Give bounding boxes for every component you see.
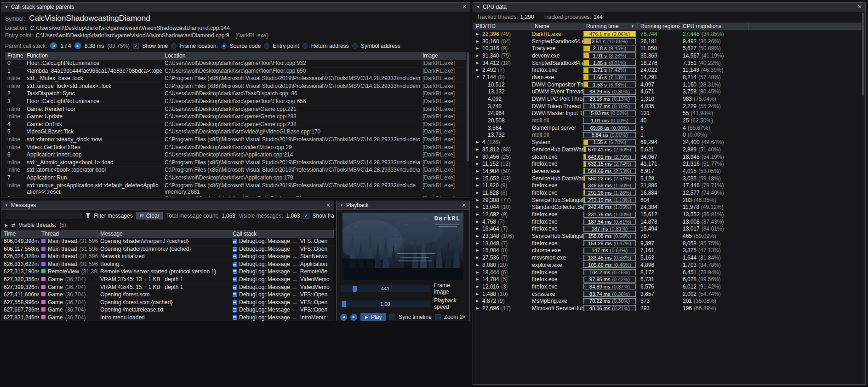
cpu-row[interactable]: ▶18,444(6)firefox.exe104.2 ms(0.45%)8,17… xyxy=(473,269,865,276)
source-code-radio[interactable] xyxy=(221,43,227,49)
message-row[interactable]: 606,117,568nsMain thread(31,596)Opening … xyxy=(1,246,334,254)
cpu-row[interactable]: ▶14,784(5)firefox.exe97.95 ms(0.42%)6,73… xyxy=(473,276,865,283)
message-row[interactable]: 606,049,398nsMain thread(31,596)Opening … xyxy=(1,238,334,246)
callstack-frame-row[interactable]: 4Game::OnTickC:\Users\wolf\Desktop\darkr… xyxy=(5,121,466,129)
col-running-regions[interactable]: Running regions xyxy=(638,23,680,30)
col-callstack[interactable]: Call stack xyxy=(230,230,334,238)
col-time[interactable]: Time xyxy=(1,230,39,238)
cpu-row[interactable]: ▶35,812(88)ServiceHub.DataWarehou670.41 … xyxy=(473,146,865,153)
expand-right-icon[interactable]: ▶ xyxy=(476,292,480,296)
cpu-row[interactable]: 20,508ntdll.dll1.01 ms(0.00%)4025(62.50%… xyxy=(473,117,865,124)
expand-right-icon[interactable]: ▶ xyxy=(476,46,480,50)
expand-right-icon[interactable]: ▶ xyxy=(476,234,480,238)
cpu-row[interactable]: ▶30,160(84)ScriptedSandbox64.exe2.51 s(1… xyxy=(473,38,865,45)
expand-right-icon[interactable]: ▶ xyxy=(476,54,480,58)
visible-threads-row[interactable]: ▶ ⇄ Visible threads: (5) xyxy=(1,221,334,230)
scrollbar-thumb[interactable] xyxy=(467,52,469,162)
collapse-icon[interactable]: ▼ xyxy=(340,203,343,208)
col-image[interactable]: Image xyxy=(420,52,466,60)
callstack-frame-row[interactable]: 7Application::RunC:\Users\wolf\Desktop\d… xyxy=(5,174,466,182)
cpu-titlebar[interactable]: ▼ CPU data ✕ xyxy=(473,3,865,12)
frame-image-slider[interactable]: 441 xyxy=(340,285,430,292)
callstack-frame-row[interactable]: 1<lambda_84a19dc444fae966ca174e83e708bdc… xyxy=(5,68,466,75)
expand-right-icon[interactable]: ▶ xyxy=(476,169,480,173)
cpu-row[interactable]: 13,132uDWM Event Thread68.29 ms(0.30%)4,… xyxy=(473,88,865,96)
collapse-icon[interactable]: ▼ xyxy=(476,5,480,9)
filter-input[interactable] xyxy=(5,212,82,219)
cpu-row[interactable]: ▶13,048(7)firefox.exe154.28 ms(0.67%)9,3… xyxy=(473,240,865,247)
prev-parent-button[interactable]: ◀ xyxy=(50,42,57,49)
callstack-frame-row[interactable]: inlinestd::chrono::steady_clock::nowC:\P… xyxy=(5,136,466,144)
cpu-row[interactable]: ▶11,820(9)firefox.exe346.58 ms(1.50%)21,… xyxy=(473,182,865,189)
callstack-titlebar[interactable]: ▼ Call stack sample parents ✕ xyxy=(1,3,470,12)
cpu-row[interactable]: ▶4,872(9)MsMpEng.exe70.22 ms(0.30%)57320… xyxy=(473,297,865,305)
cpu-row[interactable]: ▶11,828(6)firefox.exe291.26 ms(1.26%)16,… xyxy=(473,189,865,196)
expand-right-icon[interactable]: ▶ xyxy=(476,242,480,245)
close-icon[interactable]: ✕ xyxy=(326,202,331,208)
cpu-row[interactable]: ▶10,316(9)Tracy.exe2.18 s(9.45%)11,0585,… xyxy=(473,45,865,52)
col-function[interactable]: Function xyxy=(24,52,162,60)
expand-right-icon[interactable]: ▶ xyxy=(476,256,480,260)
callstack-scrollbar[interactable] xyxy=(466,52,469,196)
cpu-row[interactable]: ▼7,144(8)dwm.exe1.66 s(7.18%)14,2918,214… xyxy=(473,74,865,81)
message-row[interactable]: 627,558,996nsGame(36,704)Opening /forest… xyxy=(1,299,334,307)
expand-right-icon[interactable]: ▶ xyxy=(476,198,480,202)
expand-right-icon[interactable]: ▶ xyxy=(476,177,480,180)
cpu-row[interactable]: ▶30,456(25)steam.exe643.61 ms(2.79%)34,9… xyxy=(473,153,865,161)
col-message[interactable]: Message xyxy=(98,230,230,238)
cpu-row[interactable]: ▶29,388(77)ServiceHub.SettingsHost273.15… xyxy=(473,196,865,204)
callstack-frame-row[interactable]: 6Application::InnerLoopC:\Users\wolf\Des… xyxy=(5,151,466,159)
scrollbar-thumb[interactable] xyxy=(862,13,864,96)
expand-right-icon[interactable]: ▶ xyxy=(476,227,480,231)
next-parent-button[interactable]: ▶ xyxy=(74,42,81,49)
cpu-row[interactable]: 13,732ntdll.dll5.84 us(0.00%)10(0.00%) xyxy=(473,132,865,139)
expand-right-icon[interactable]: ▶ xyxy=(476,271,480,274)
symbol-address-radio[interactable] xyxy=(352,43,358,49)
cpu-row[interactable]: ▶15,652(43)ServiceHub.DataWarehou580.22 … xyxy=(473,175,865,182)
clear-button[interactable]: ⊘Clear xyxy=(136,212,163,219)
col-location[interactable]: Location xyxy=(162,52,420,60)
cpu-row[interactable]: ▶31,340(75)devenv.exe1.91 s(8.26%)35,369… xyxy=(473,52,865,59)
cpu-row[interactable]: 3,564GameInput server69.68 us(0.00%)64(6… xyxy=(473,124,865,132)
close-icon[interactable]: ✕ xyxy=(857,4,862,10)
cpu-row[interactable]: 10,512DWM Compositor Thread1.53 s(6.63%)… xyxy=(473,81,865,88)
message-row[interactable]: 627,667,736nsGame(36,704)Opening /meta/r… xyxy=(1,306,334,314)
frame-image-preview[interactable]: DarkRL xyxy=(343,213,463,280)
cpu-row[interactable]: 4,092DWM LPC Port Thread29.16 ms(0.13%)1… xyxy=(473,95,865,103)
expand-right-icon[interactable]: ▶ xyxy=(476,184,480,187)
callstack-frame-row[interactable]: inlineVideo::GetTicksHiResC:\Users\wolf\… xyxy=(5,144,466,152)
expand-right-icon[interactable]: ▶ xyxy=(476,263,480,267)
messages-titlebar[interactable]: ▼ Messages ✕ xyxy=(1,201,334,210)
col-running-time[interactable]: Running time▼ xyxy=(583,23,638,30)
cpu-scrollbar[interactable] xyxy=(862,12,865,383)
playback-titlebar[interactable]: ▼ Playback ✕ xyxy=(337,201,469,210)
cpu-row[interactable]: ▶22,396(49)DarkRL.exe476.1 ms(2.06%)78,7… xyxy=(473,30,865,38)
message-row[interactable]: 626,833,622nsMain thread(31,596)Booting.… xyxy=(1,261,334,269)
close-icon[interactable]: ✕ xyxy=(462,202,466,208)
expand-right-icon[interactable]: ▶ xyxy=(476,68,480,72)
col-cpu-migrations[interactable]: CPU migrations xyxy=(680,23,749,30)
expand-right-icon[interactable]: ▶ xyxy=(476,140,480,144)
callstack-frame-row[interactable]: 0Floor::CalcLightNoLuminanceC:\Users\wol… xyxy=(5,60,466,68)
callstack-frame-row[interactable]: inlinestd::_Atomic_storage<bool,1>::load… xyxy=(5,159,466,167)
message-row[interactable]: 627,411,606nsGame(36,704)Opening /forest… xyxy=(1,291,334,299)
cpu-row[interactable]: ▶8,080(20)explorer.exe105.66 ms(0.46%)4,… xyxy=(473,261,865,269)
cpu-row[interactable]: ▶34,412(18)ScriptedSandbox64.exe1.85 s(8… xyxy=(473,59,865,67)
expand-right-icon[interactable]: ▶ xyxy=(476,40,480,43)
sync-timeline-checkbox[interactable] xyxy=(389,314,395,320)
cpu-row[interactable]: 3,748DWM Token Thread23.37 ms(0.10%)4,03… xyxy=(473,103,865,110)
col-frame[interactable]: Frame xyxy=(5,52,24,60)
playback-speed-slider[interactable]: 1.00 xyxy=(340,300,430,307)
expand-right-icon[interactable]: ▶ xyxy=(476,213,480,216)
play-button[interactable]: ▶ Play xyxy=(360,313,386,321)
cpu-row[interactable]: ▶27,536(7)msvsmon.exe133.45 ms(0.58%)5,1… xyxy=(473,254,865,261)
cpu-row[interactable]: ▶27,696(17)Microsoft.ServiceHub.Co48.06 … xyxy=(473,305,865,312)
callstack-frame-row[interactable]: 2TaskDispatch::SyncC:\Users\wolf\Desktop… xyxy=(5,90,466,98)
cpu-row[interactable]: ▶11,152(12)firefox.exe632.15 ms(2.74%)41… xyxy=(473,160,865,168)
callstack-frame-row[interactable]: 8mainC:\Users\wolf\Desktop\darkrl\src\En… xyxy=(5,196,466,197)
message-row[interactable]: 627,399,326nsGame(36,704)VRAM 43x45: 15 … xyxy=(1,284,334,292)
prev-frame-button[interactable]: ◀ xyxy=(340,314,347,321)
show-frame-checkbox[interactable]: ✓ xyxy=(303,213,309,219)
return-address-radio[interactable] xyxy=(303,43,308,49)
callstack-frame-row[interactable]: inlineGame::UpdateC:\Users\wolf\Desktop\… xyxy=(5,113,466,121)
